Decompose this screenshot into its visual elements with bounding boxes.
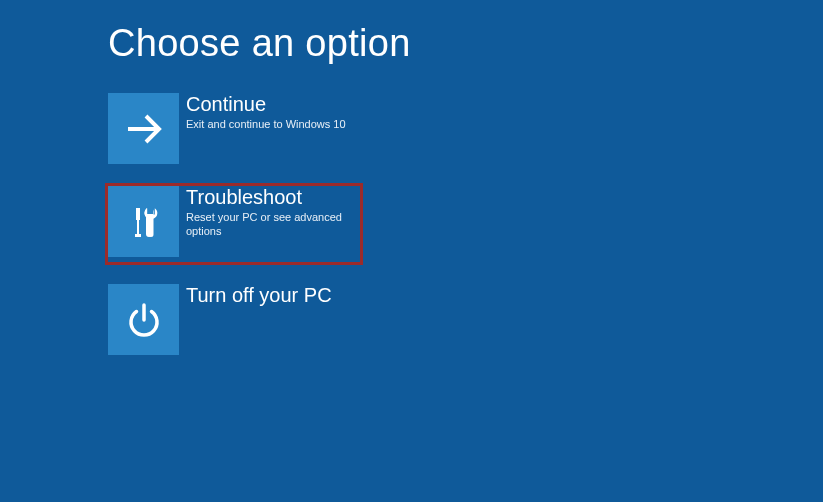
option-continue[interactable]: Continue Exit and continue to Windows 10 — [108, 93, 366, 164]
svg-rect-2 — [137, 220, 139, 234]
arrow-right-icon — [108, 93, 179, 164]
option-title: Continue — [186, 93, 366, 115]
option-text: Continue Exit and continue to Windows 10 — [179, 93, 366, 132]
svg-rect-4 — [148, 207, 153, 214]
option-subtitle: Exit and continue to Windows 10 — [186, 118, 366, 132]
page-title: Choose an option — [108, 22, 823, 65]
option-text: Turn off your PC — [179, 284, 366, 309]
option-title: Troubleshoot — [186, 186, 360, 208]
svg-rect-3 — [135, 234, 141, 237]
option-troubleshoot[interactable]: Troubleshoot Reset your PC or see advanc… — [105, 183, 363, 265]
svg-rect-1 — [136, 208, 140, 220]
power-icon — [108, 284, 179, 355]
option-turn-off[interactable]: Turn off your PC — [108, 284, 366, 355]
tools-icon — [108, 186, 179, 257]
option-subtitle: Reset your PC or see advanced options — [186, 211, 360, 239]
recovery-options-screen: Choose an option Continue Exit and conti… — [0, 0, 823, 355]
option-title: Turn off your PC — [186, 284, 366, 306]
option-text: Troubleshoot Reset your PC or see advanc… — [179, 186, 360, 239]
